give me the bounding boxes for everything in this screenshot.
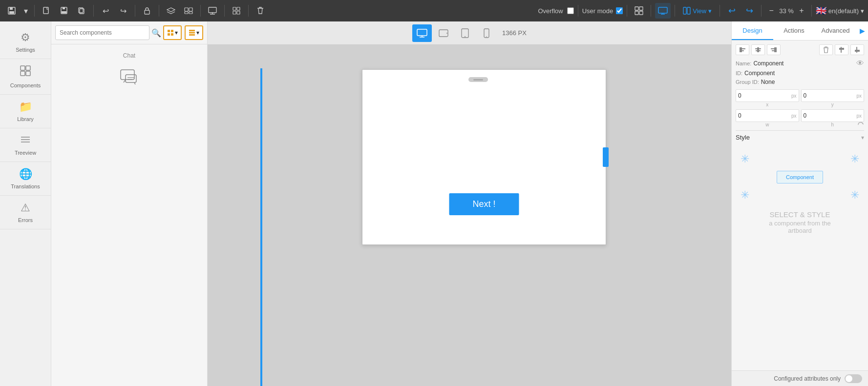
separator-11 <box>675 5 675 17</box>
grid-view-button[interactable] <box>631 3 647 19</box>
separator-3 <box>135 5 135 17</box>
layers2-button[interactable] <box>181 3 196 19</box>
visibility-icon[interactable]: 👁 <box>856 59 864 68</box>
svg-rect-57 <box>774 47 777 52</box>
zoom-plus-button[interactable]: + <box>796 5 807 17</box>
id-row: ID: Component <box>736 70 864 77</box>
group-id-value: None <box>761 79 775 85</box>
undo2-button[interactable]: ↩ <box>724 3 740 19</box>
desktop-device-button[interactable] <box>412 24 432 42</box>
sidebar-item-treeview[interactable]: Treeview <box>0 128 51 162</box>
undo-button[interactable]: ↩ <box>98 3 113 19</box>
y-label: y <box>801 102 865 107</box>
redo-button[interactable]: ↪ <box>115 3 131 19</box>
svg-rect-19 <box>635 7 638 10</box>
w-field: px w <box>736 109 799 127</box>
x-unit: px <box>791 93 797 99</box>
next-button[interactable]: Next ! <box>449 193 519 215</box>
component-panel: 🔍 ▾ ▾ Chat <box>51 21 208 386</box>
x-label: x <box>736 102 799 107</box>
copy-button[interactable] <box>74 3 89 19</box>
svg-rect-56 <box>756 50 761 51</box>
canvas-top-handle[interactable] <box>468 77 488 82</box>
align-top-button[interactable] <box>835 44 848 55</box>
svg-rect-18 <box>237 11 240 14</box>
tablet-portrait-button[interactable] <box>455 24 475 42</box>
x-input[interactable] <box>738 92 791 99</box>
flag-icon: 🇬🇧 <box>816 5 826 16</box>
export-button[interactable] <box>205 3 220 19</box>
right-panel-tabs: Design Actions Advanced ▶ <box>732 21 868 41</box>
align-right-button[interactable] <box>767 44 781 55</box>
align-center-button[interactable] <box>751 44 765 55</box>
sidebar-treeview-label: Treeview <box>15 150 36 156</box>
separator-1 <box>34 5 35 17</box>
name-value: Component <box>753 60 783 67</box>
sidebar-library-label: Library <box>17 116 34 122</box>
tab-actions[interactable]: Actions <box>773 21 815 40</box>
components-icon <box>20 65 31 80</box>
user-mode-checkbox[interactable] <box>616 7 623 14</box>
grid-toggle-button[interactable]: ▾ <box>163 25 182 40</box>
svg-point-46 <box>446 33 447 34</box>
svg-rect-27 <box>26 66 30 70</box>
settings-icon: ⚙ <box>21 31 30 44</box>
list-item[interactable] <box>55 63 203 96</box>
user-mode-label: User mode <box>582 7 614 15</box>
svg-rect-6 <box>62 11 66 13</box>
overflow-checkbox[interactable] <box>567 7 574 14</box>
view-button[interactable]: View ▾ <box>679 5 716 17</box>
configured-toggle[interactable] <box>845 374 862 383</box>
asterisk-top-right: ✳ <box>850 153 859 165</box>
svg-rect-14 <box>209 7 216 13</box>
sidebar-item-components[interactable]: Components <box>0 59 51 95</box>
y-input[interactable] <box>804 92 857 99</box>
locale-area[interactable]: 🇬🇧 en(default) ▾ <box>816 5 864 16</box>
canvas-scroll[interactable]: Next ! <box>208 45 731 386</box>
redo2-button[interactable]: ↪ <box>741 3 757 19</box>
desktop-view-button[interactable] <box>655 3 671 19</box>
mobile-button[interactable] <box>477 24 496 42</box>
dropdown-button[interactable]: ▾ <box>21 3 30 19</box>
style-chevron[interactable]: ▾ <box>861 134 864 141</box>
panel-expand-button[interactable]: ▶ <box>856 21 868 40</box>
tablet-landscape-button[interactable] <box>434 24 453 42</box>
save-button[interactable] <box>4 3 20 19</box>
asterisk-bottom-left: ✳ <box>741 189 749 202</box>
list-toggle-button[interactable]: ▾ <box>185 25 203 40</box>
sidebar-item-translations[interactable]: 🌐 Translations <box>0 162 51 196</box>
svg-rect-34 <box>171 30 173 32</box>
save-file-button[interactable] <box>56 3 72 19</box>
tab-design[interactable]: Design <box>732 21 773 40</box>
search-input[interactable] <box>55 25 149 40</box>
h-input[interactable] <box>804 112 857 119</box>
svg-rect-15 <box>233 7 236 10</box>
align-bottom-button[interactable] <box>850 44 864 55</box>
sidebar-item-settings[interactable]: ⚙ Settings <box>0 25 51 59</box>
svg-rect-55 <box>755 48 761 49</box>
new-file-button[interactable] <box>39 3 54 19</box>
toggle-knob <box>846 375 852 382</box>
zoom-minus-button[interactable]: − <box>765 5 777 17</box>
svg-rect-35 <box>168 33 170 36</box>
w-input[interactable] <box>738 112 791 119</box>
canvas-right-handle[interactable] <box>603 147 609 167</box>
grid-button[interactable] <box>229 3 244 19</box>
canvas-area: 1366 PX Next ! <box>208 21 731 386</box>
sidebar-item-library[interactable]: 📁 Library <box>0 95 51 128</box>
sidebar-item-errors[interactable]: ⚠ Errors <box>0 196 51 229</box>
delete-button[interactable] <box>253 3 268 19</box>
view-label: View <box>693 7 706 15</box>
svg-rect-2 <box>9 11 14 14</box>
tab-advanced[interactable]: Advanced <box>815 21 856 40</box>
lock-button[interactable] <box>139 3 155 19</box>
svg-rect-23 <box>658 7 667 13</box>
right-panel-bottom-bar: Configured attributes only <box>732 370 868 386</box>
svg-rect-59 <box>772 50 777 51</box>
delete-element-button[interactable] <box>819 44 833 55</box>
y-field: px y <box>801 89 865 107</box>
svg-rect-37 <box>189 30 195 31</box>
separator-2 <box>93 5 94 17</box>
align-left-button[interactable] <box>736 44 749 55</box>
layers-button[interactable] <box>163 3 179 19</box>
